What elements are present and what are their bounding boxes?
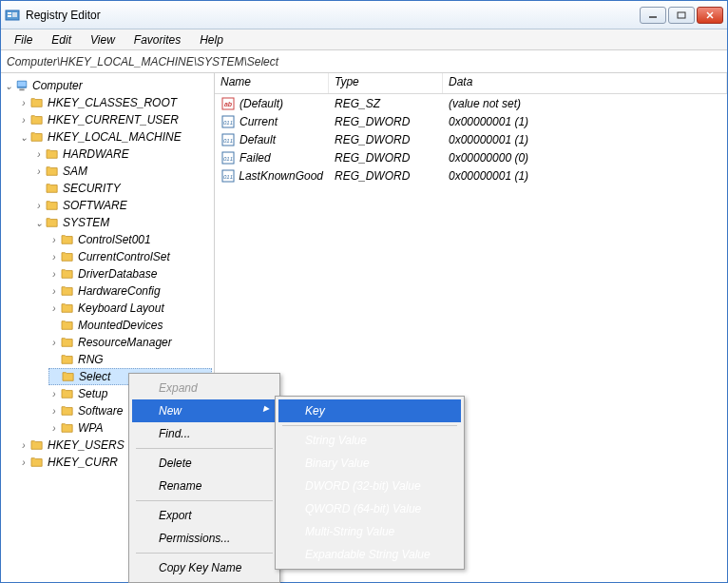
chevron-right-icon[interactable]: ›: [18, 115, 29, 126]
tree-label: WPA: [78, 421, 103, 435]
ctx-item-find-[interactable]: Find...: [132, 422, 277, 445]
folder-icon: [60, 336, 75, 349]
svg-text:011: 011: [223, 156, 233, 162]
chevron-right-icon[interactable]: ›: [48, 303, 60, 314]
folder-icon: [60, 250, 75, 263]
tree-item[interactable]: ›CurrentControlSet: [48, 248, 212, 265]
col-name[interactable]: Name: [215, 73, 329, 93]
folder-icon: [60, 267, 75, 281]
chevron-right-icon[interactable]: ›: [48, 252, 60, 262]
tree-label: Select: [79, 370, 110, 383]
chevron-right-icon[interactable]: ›: [48, 269, 60, 280]
addressbar[interactable]: Computer\HKEY_LOCAL_MACHINE\SYSTEM\Selec…: [1, 50, 727, 73]
chevron-right-icon[interactable]: ›: [33, 149, 45, 160]
folder-icon: [60, 301, 75, 315]
tree-item[interactable]: ›ControlSet001: [48, 231, 212, 248]
tree-item[interactable]: ›HardwareConfig: [48, 282, 212, 300]
chevron-right-icon[interactable]: ›: [18, 98, 29, 108]
tree-item[interactable]: ›SOFTWARE: [33, 197, 212, 214]
ctx-item-string-value[interactable]: String Value: [278, 429, 461, 452]
tree-label: HKEY_CURRENT_USER: [48, 113, 179, 126]
chevron-right-icon[interactable]: ›: [18, 440, 29, 451]
chevron-right-icon[interactable]: ›: [33, 166, 45, 177]
svg-rect-3: [12, 12, 17, 17]
tree-item[interactable]: SECURITY: [33, 180, 212, 197]
chevron-down-icon[interactable]: ⌄: [18, 132, 29, 143]
menu-help[interactable]: Help: [190, 31, 233, 49]
submenu-new: KeyString ValueBinary ValueDWORD (32-bit…: [275, 396, 465, 570]
tree-label: HARDWARE: [63, 147, 129, 161]
minimize-button[interactable]: [640, 7, 666, 24]
tree-item[interactable]: ⌄SYSTEM: [33, 214, 212, 231]
tree-item[interactable]: ⌄HKEY_LOCAL_MACHINE: [18, 128, 212, 146]
chevron-right-icon[interactable]: ›: [18, 457, 29, 468]
separator: [136, 448, 273, 449]
ctx-item-new[interactable]: NewKeyString ValueBinary ValueDWORD (32-…: [132, 399, 277, 422]
ctx-item-key[interactable]: Key: [278, 399, 461, 422]
col-data[interactable]: Data: [443, 73, 727, 93]
separator: [136, 500, 273, 501]
chevron-right-icon[interactable]: ›: [48, 389, 60, 399]
tree-label: ControlSet001: [78, 233, 151, 246]
ctx-item-dword-32-bit-value[interactable]: DWORD (32-bit) Value: [278, 475, 461, 497]
tree-item[interactable]: ›HKEY_CURRENT_USER: [18, 111, 212, 128]
tree-item[interactable]: ›HKEY_CLASSES_ROOT: [18, 94, 212, 111]
chevron-down-icon[interactable]: ⌄: [3, 81, 14, 91]
binary-value-icon: 011: [220, 168, 235, 184]
list-row[interactable]: 011FailedREG_DWORD0x00000000 (0): [215, 148, 727, 166]
folder-icon: [60, 421, 75, 435]
menu-file[interactable]: File: [5, 31, 42, 49]
menu-favorites[interactable]: Favorites: [125, 31, 190, 49]
value-data: (value not set): [443, 97, 727, 110]
menu-view[interactable]: View: [81, 31, 125, 49]
context-menu: ExpandNewKeyString ValueBinary ValueDWOR…: [128, 373, 280, 583]
ctx-item-rename[interactable]: Rename: [132, 475, 277, 497]
menubar: File Edit View Favorites Help: [1, 29, 727, 50]
tree-item[interactable]: RNG: [48, 351, 212, 368]
tree-item[interactable]: ›DriverDatabase: [48, 265, 212, 282]
tree-item[interactable]: MountedDevices: [48, 317, 212, 334]
col-type[interactable]: Type: [329, 73, 443, 93]
ctx-item-permissions-[interactable]: Permissions...: [132, 527, 277, 550]
close-button[interactable]: [697, 7, 723, 24]
menu-edit[interactable]: Edit: [42, 31, 81, 49]
tree-label: HKEY_USERS: [48, 438, 125, 452]
computer-icon: [14, 79, 29, 92]
chevron-right-icon[interactable]: ›: [48, 338, 60, 348]
ctx-item-export[interactable]: Export: [132, 504, 277, 527]
list-row[interactable]: 011CurrentREG_DWORD0x00000001 (1): [215, 112, 727, 130]
maximize-button[interactable]: [668, 7, 695, 24]
list-row[interactable]: 011DefaultREG_DWORD0x00000001 (1): [215, 130, 727, 148]
separator: [282, 425, 457, 426]
ctx-item-expandable-string-value[interactable]: Expandable String Value: [278, 543, 461, 566]
string-value-icon: ab: [220, 96, 236, 111]
ctx-item-multi-string-value[interactable]: Multi-String Value: [278, 520, 461, 543]
chevron-down-icon[interactable]: ⌄: [33, 218, 45, 228]
ctx-item-delete[interactable]: Delete: [132, 452, 277, 475]
tree-label: HKEY_CURR: [48, 456, 118, 469]
folder-icon: [29, 438, 45, 452]
ctx-item-copy-key-name[interactable]: Copy Key Name: [132, 556, 277, 579]
window-controls: [640, 7, 723, 24]
value-data: 0x00000000 (0): [443, 151, 727, 165]
chevron-right-icon[interactable]: ›: [48, 286, 60, 297]
ctx-item-qword-64-bit-value[interactable]: QWORD (64-bit) Value: [278, 497, 461, 520]
list-row[interactable]: 011LastKnownGoodREG_DWORD0x00000001 (1): [215, 166, 727, 185]
ctx-item-binary-value[interactable]: Binary Value: [278, 452, 461, 475]
chevron-right-icon[interactable]: ›: [33, 201, 45, 211]
tree-item[interactable]: ›SAM: [33, 163, 212, 180]
value-name: (Default): [239, 97, 283, 110]
tree-item-computer[interactable]: ⌄ Computer: [3, 77, 212, 94]
tree-item[interactable]: ›ResourceManager: [48, 334, 212, 351]
chevron-right-icon[interactable]: ›: [48, 423, 60, 434]
tree-item[interactable]: ›HARDWARE: [33, 146, 212, 163]
list-row[interactable]: ab(Default)REG_SZ(value not set): [215, 94, 727, 112]
titlebar[interactable]: Registry Editor: [1, 1, 727, 29]
value-name: Default: [239, 133, 276, 146]
tree-item[interactable]: ›Keyboard Layout: [48, 300, 212, 317]
chevron-right-icon[interactable]: ›: [48, 235, 60, 245]
folder-icon: [60, 404, 75, 418]
folder-icon: [29, 130, 45, 144]
binary-value-icon: 011: [220, 132, 236, 147]
chevron-right-icon[interactable]: ›: [48, 406, 60, 417]
